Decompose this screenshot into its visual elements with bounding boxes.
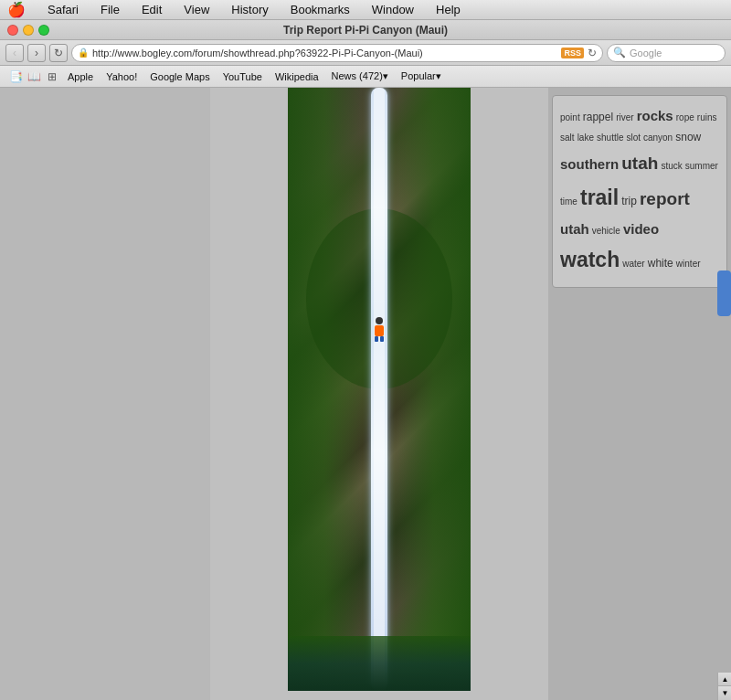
- menu-help[interactable]: Help: [432, 2, 464, 17]
- bookmarks-list-icon[interactable]: 📑: [7, 69, 24, 85]
- tag-item[interactable]: salt: [560, 133, 575, 143]
- menu-bar: 🍎 Safari File Edit View History Bookmark…: [0, 0, 731, 20]
- waterfall-container: [288, 88, 471, 700]
- bookmark-apple[interactable]: Apple: [62, 69, 99, 84]
- tag-item[interactable]: summer: [685, 161, 718, 171]
- climber-body: [375, 325, 384, 336]
- tag-item[interactable]: stuck: [661, 161, 682, 171]
- tag-item[interactable]: point: [560, 112, 580, 122]
- tag-item[interactable]: river: [616, 112, 633, 122]
- menu-bookmarks[interactable]: Bookmarks: [287, 2, 354, 17]
- menu-view[interactable]: View: [180, 2, 213, 17]
- tag-item[interactable]: watch: [560, 248, 620, 271]
- tag-item[interactable]: utah: [621, 154, 658, 173]
- tag-item[interactable]: time: [560, 196, 577, 207]
- close-button[interactable]: [7, 25, 18, 36]
- tag-item[interactable]: ruins: [697, 112, 717, 122]
- tag-item[interactable]: water: [622, 259, 644, 269]
- bookmark-news[interactable]: News (472)▾: [326, 69, 394, 84]
- search-icon: 🔍: [613, 47, 626, 58]
- tag-item[interactable]: lake: [577, 133, 594, 143]
- tag-item[interactable]: utah: [560, 221, 589, 237]
- tag-item[interactable]: southern: [560, 156, 619, 172]
- right-sidebar: point rappel river rocks rope ruins salt…: [548, 88, 731, 700]
- search-bar[interactable]: 🔍 Google: [607, 44, 726, 62]
- bookmark-news-label[interactable]: News (472)▾: [326, 69, 394, 84]
- tag-item[interactable]: white: [648, 257, 673, 270]
- refresh-icon[interactable]: ↻: [588, 47, 597, 59]
- bookmark-popular[interactable]: Popular▾: [396, 69, 447, 84]
- tag-cloud: point rappel river rocks rope ruins salt…: [560, 103, 719, 280]
- forward-icon: ›: [35, 47, 38, 59]
- tag-item[interactable]: trail: [580, 186, 619, 209]
- scroll-thumb-blue[interactable]: [717, 270, 731, 316]
- grid-icon[interactable]: ⊞: [44, 69, 60, 85]
- content-area: point rappel river rocks rope ruins salt…: [0, 88, 731, 700]
- nav-bar: ‹ › ↻ 🔒 http://www.bogley.com/forum/show…: [0, 40, 731, 66]
- lock-icon: 🔒: [78, 48, 89, 58]
- tag-item[interactable]: winter: [676, 259, 701, 269]
- reload-icon: ↻: [54, 47, 63, 59]
- tag-item[interactable]: rope: [676, 112, 694, 122]
- climber-leg-left: [375, 336, 378, 342]
- tags-panel: point rappel river rocks rope ruins salt…: [552, 95, 727, 288]
- climber-head: [376, 317, 383, 324]
- left-sidebar: [0, 88, 210, 700]
- waterfall-stream: [371, 88, 387, 691]
- tag-item[interactable]: snow: [675, 131, 701, 143]
- bookmark-popular-label[interactable]: Popular▾: [396, 69, 447, 84]
- bookmark-youtube[interactable]: YouTube: [217, 69, 268, 84]
- waterfall-image: [288, 88, 471, 691]
- foliage-left: [288, 88, 361, 691]
- tag-item[interactable]: shuttle: [597, 133, 623, 143]
- tag-item[interactable]: rappel: [583, 111, 613, 123]
- window-title: Trip Report Pi-Pi Canyon (Maui): [283, 24, 448, 37]
- bookmark-yahoo[interactable]: Yahoo!: [101, 69, 143, 84]
- apple-menu-icon[interactable]: 🍎: [7, 1, 26, 18]
- bookmark-google-maps[interactable]: Google Maps: [144, 69, 215, 84]
- fullscreen-button[interactable]: [38, 25, 49, 36]
- back-icon: ‹: [13, 47, 16, 59]
- menu-history[interactable]: History: [228, 2, 271, 17]
- menu-safari[interactable]: Safari: [44, 2, 82, 17]
- forward-button[interactable]: ›: [27, 44, 46, 62]
- rss-badge[interactable]: RSS: [561, 48, 584, 58]
- tag-item[interactable]: slot canyon: [627, 133, 673, 143]
- address-bar[interactable]: 🔒 http://www.bogley.com/forum/showthread…: [71, 44, 603, 62]
- foliage-right: [397, 88, 471, 691]
- tag-item[interactable]: vehicle: [592, 226, 620, 236]
- tag-item[interactable]: trip: [621, 195, 637, 207]
- reload-button[interactable]: ↻: [49, 44, 68, 62]
- menu-window[interactable]: Window: [368, 2, 418, 17]
- main-content: [210, 88, 548, 700]
- back-button[interactable]: ‹: [5, 44, 24, 62]
- menu-file[interactable]: File: [97, 2, 123, 17]
- bookmarks-bar: 📑 📖 ⊞ Apple Yahoo! Google Maps YouTube W…: [0, 66, 731, 88]
- climber-figure: [372, 317, 387, 337]
- bottom-pool: [288, 636, 471, 691]
- tag-item[interactable]: video: [623, 221, 659, 237]
- traffic-lights: [7, 25, 49, 36]
- climber-leg-right: [380, 336, 384, 342]
- title-bar: Trip Report Pi-Pi Canyon (Maui): [0, 20, 731, 40]
- menu-edit[interactable]: Edit: [138, 2, 165, 17]
- climber-legs: [372, 336, 387, 342]
- url-text: http://www.bogley.com/forum/showthread.p…: [92, 48, 557, 58]
- reader-icon[interactable]: 📖: [26, 69, 42, 85]
- tag-item[interactable]: report: [640, 189, 690, 208]
- search-placeholder: Google: [630, 48, 662, 58]
- tag-item[interactable]: rocks: [637, 108, 673, 123]
- scroll-up-button[interactable]: ▲: [718, 673, 731, 686]
- minimize-button[interactable]: [23, 25, 34, 36]
- bookmark-wikipedia[interactable]: Wikipedia: [270, 69, 324, 84]
- scroll-down-button[interactable]: ▼: [718, 686, 731, 700]
- scroll-arrows: ▲ ▼: [717, 673, 731, 700]
